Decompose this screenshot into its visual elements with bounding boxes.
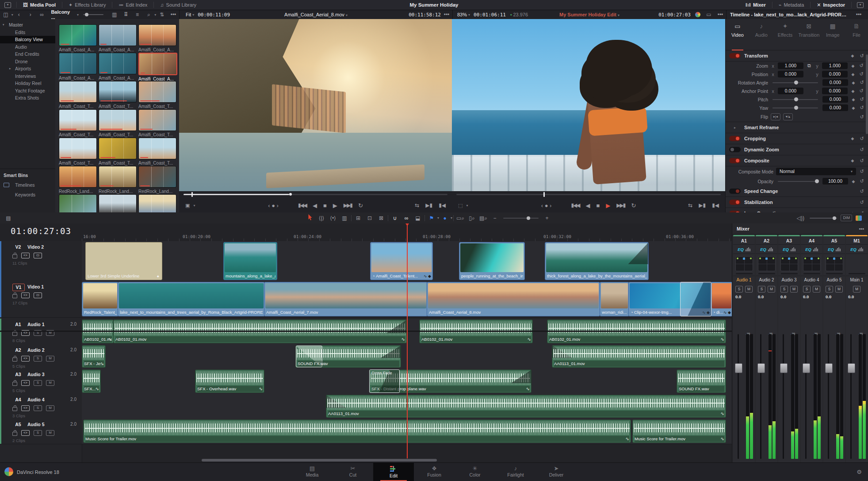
bin-item[interactable]: End Credits <box>0 50 55 58</box>
media-clip[interactable] <box>99 194 137 212</box>
zoom-y-input[interactable]: 1.000 <box>822 62 848 69</box>
jog-reverse-icon[interactable]: ‹ ● › <box>268 202 279 209</box>
media-clip[interactable]: Amalfi_Coast_T... <box>59 81 97 109</box>
media-thumbnail[interactable] <box>59 194 97 212</box>
media-thumbnail[interactable] <box>99 81 137 103</box>
media-thumbnail[interactable] <box>59 166 97 188</box>
effects-library-button[interactable]: ✦ Effects Library <box>63 0 111 10</box>
media-clip[interactable]: Amalfi_Coast_T... <box>99 109 137 137</box>
timeline-video-clip[interactable]: RedRock_Talent_3... <box>82 282 119 316</box>
metadata-button[interactable]: ⌁ Metadata <box>773 0 810 10</box>
solo-button[interactable]: S <box>826 286 833 292</box>
edit-index-button[interactable]: ≔ Edit Index <box>113 0 153 10</box>
media-thumbnail[interactable] <box>138 81 176 103</box>
media-pool-options-icon[interactable]: ••• <box>168 12 179 18</box>
source-clip-dropdown[interactable]: Amalfi_Coast_Aerial_8.mov ▾ <box>180 12 452 17</box>
tl-play-reverse-button[interactable]: ◀ <box>585 202 590 209</box>
previous-frame-icon[interactable]: ▶▮ <box>425 202 432 208</box>
mixer-options-icon[interactable]: ••• <box>859 226 864 231</box>
forward-icon[interactable]: › <box>25 12 36 18</box>
media-clip[interactable] <box>59 194 97 212</box>
media-thumbnail[interactable] <box>138 24 176 46</box>
smart-reframe-section[interactable]: ▸ Smart Reframe <box>726 122 868 133</box>
mute-button[interactable]: M <box>46 356 54 362</box>
rotation-reset-icon[interactable]: ↺ <box>859 80 865 85</box>
tl-go-to-first-frame-button[interactable]: ▮◀◀ <box>571 202 579 208</box>
anchor-x-input[interactable]: 0.000 <box>778 88 803 94</box>
rotation-slider[interactable] <box>772 82 818 83</box>
timeline-audio-clip[interactable]: SOUND FX.wav <box>677 369 726 393</box>
fader-track[interactable] <box>850 334 852 459</box>
anchor-y-input[interactable]: 0.000 <box>822 88 848 94</box>
source-scrub-bar[interactable] <box>184 194 447 195</box>
timeline-scrub-bar[interactable] <box>456 194 721 195</box>
media-thumbnail[interactable] <box>59 81 97 103</box>
inspector-tab[interactable]: ▩ Image <box>821 23 845 50</box>
clip-link-icon[interactable]: ∞ <box>36 12 48 18</box>
timeline-video-clip[interactable]: Amalfi_Coast_Aerial_7.mov <box>264 282 428 316</box>
position-x-input[interactable]: 0.000 <box>778 71 803 77</box>
media-clip[interactable]: Amalfi_Coast_A... <box>138 24 176 52</box>
opacity-slider[interactable] <box>778 181 818 182</box>
fader-track[interactable] <box>828 334 829 459</box>
pan-control[interactable] <box>826 256 843 271</box>
inspector-tab[interactable]: ▭ Video <box>726 23 749 50</box>
position-lock-icon[interactable]: ⬓ <box>412 215 424 221</box>
yaw-keyframe-icon[interactable]: ◆ <box>851 106 856 110</box>
settings-gear-icon[interactable]: ⚙ <box>857 469 862 475</box>
solo-button[interactable]: S <box>780 286 788 292</box>
media-thumbnail[interactable] <box>138 109 176 131</box>
smart-reframe-expander-icon[interactable]: ▸ <box>729 126 741 130</box>
timeline-video-clip[interactable]: di...∿ ◆ <box>711 282 732 316</box>
position-keyframe-icon[interactable]: ◆ <box>850 72 856 77</box>
position-reset-icon[interactable]: ↺ <box>858 71 864 77</box>
anchor-keyframe-icon[interactable]: ◆ <box>850 89 856 93</box>
fader-handle[interactable] <box>757 363 765 373</box>
composite-section[interactable]: Composite ◆ ↺ <box>726 155 868 166</box>
collapse-right-panel-icon[interactable]: ▾ <box>857 2 864 8</box>
media-clip[interactable]: Amalfi_Coast_T... <box>59 109 97 137</box>
media-thumbnail[interactable] <box>59 53 97 74</box>
smart-bin-item[interactable]: Keywords <box>0 190 55 200</box>
insert-clip-icon[interactable]: ⊞ <box>352 215 364 221</box>
timeline-audio-clip[interactable]: Music Score for Trailer.mov∿ <box>83 419 631 443</box>
media-clip[interactable]: Amalfi_Coast_A... <box>138 53 176 81</box>
position-y-input[interactable]: 0.000 <box>822 71 848 77</box>
pan-control[interactable] <box>735 256 753 271</box>
media-clip[interactable] <box>138 194 176 212</box>
fader-track[interactable] <box>805 334 807 459</box>
media-thumbnail[interactable] <box>99 138 137 159</box>
media-clip[interactable]: RedRock_Land... <box>99 166 137 194</box>
timeline-audio-clip[interactable]: AA0113_01.mov <box>552 345 726 368</box>
opacity-reset-icon[interactable]: ↺ <box>859 178 865 184</box>
fader-handle[interactable] <box>848 363 855 373</box>
playhead[interactable] <box>407 223 408 458</box>
transform-section-header[interactable]: Transform ◆ ↺ <box>726 50 868 62</box>
tl-loop-button[interactable]: ↻ <box>631 202 636 209</box>
tl-go-to-last-frame-button[interactable]: ▶▶▮ <box>616 202 625 208</box>
smart-bin-item[interactable]: Smart Bins <box>0 170 55 180</box>
zoom-link-icon[interactable]: ⧉ <box>806 63 812 69</box>
cropping-reset-icon[interactable]: ↺ <box>859 136 865 142</box>
snapping-icon[interactable]: ∪ <box>389 215 401 221</box>
tl-stop-button[interactable]: ■ <box>596 202 600 209</box>
inspector-button[interactable]: ✕ Inspector <box>811 0 850 10</box>
mute-button[interactable]: M <box>768 286 775 292</box>
auto-select-icon[interactable]: <> <box>21 356 30 362</box>
bin-item[interactable]: Yacht Footage <box>0 87 55 95</box>
inspector-tab[interactable]: ⊠ Transition <box>797 23 821 50</box>
bin-item[interactable]: Holiday Reel <box>0 80 55 87</box>
mute-button[interactable]: M <box>835 286 843 292</box>
go-to-first-frame-button[interactable]: ▮◀◀ <box>298 202 306 208</box>
bin-item[interactable]: Airports <box>0 65 55 73</box>
pitch-reset-icon[interactable]: ↺ <box>859 96 865 102</box>
timeline-video-clip[interactable]: Lower 3rd Simple Underline <box>85 242 162 280</box>
custom-zoom-icon[interactable]: ▭⌕ <box>455 215 466 221</box>
rotation-input[interactable]: 0.000 <box>822 79 848 86</box>
timeline-video-clip[interactable]: woman_ridi... <box>600 282 629 316</box>
media-clip[interactable]: Amalfi_Coast_T... <box>59 138 97 165</box>
fader-track[interactable] <box>783 334 784 459</box>
play-reverse-button[interactable]: ◀ <box>313 202 317 209</box>
timeline-horizontal-scrollbar[interactable] <box>202 459 437 462</box>
media-thumbnail[interactable] <box>138 166 176 188</box>
